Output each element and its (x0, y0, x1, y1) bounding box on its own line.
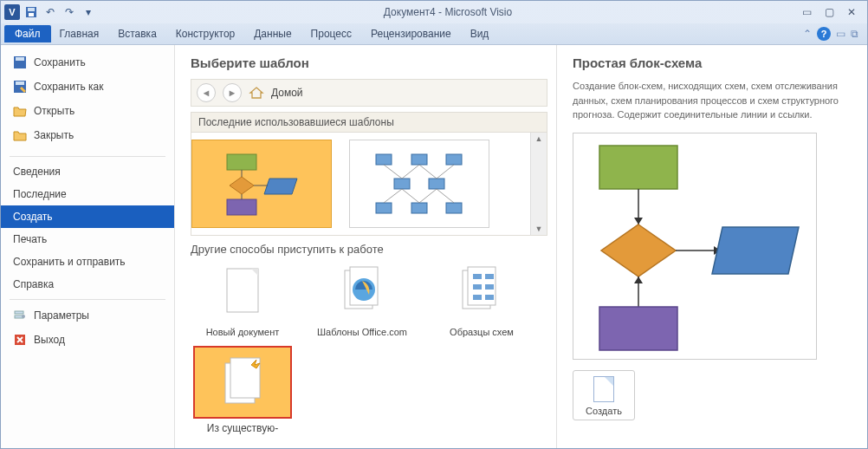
file-tab[interactable]: Файл (4, 25, 51, 42)
sidebar-label: Печать (13, 233, 47, 245)
preview-heading: Простая блок-схема (573, 55, 852, 70)
quick-access-toolbar: ↶ ↷ ▾ (23, 4, 96, 20)
svg-rect-44 (485, 284, 494, 290)
page-icon (593, 376, 614, 402)
options-icon (13, 309, 27, 322)
tab-design[interactable]: Конструктор (176, 28, 235, 40)
sidebar-item-create[interactable]: Создать (1, 205, 174, 228)
sidebar-label: Сохранить как (34, 81, 103, 93)
sidebar-label: Параметры (34, 309, 89, 322)
office-templates-label: Шаблоны Office.com (310, 327, 414, 337)
svg-line-30 (384, 189, 402, 203)
svg-rect-46 (485, 295, 494, 300)
qat-more-icon[interactable]: ▾ (81, 4, 96, 20)
svg-rect-22 (429, 179, 444, 189)
svg-line-31 (402, 189, 419, 203)
template-scrollbar[interactable]: ▲▼ (530, 133, 547, 235)
svg-rect-7 (15, 311, 23, 314)
sidebar-label: Сведения (13, 166, 61, 178)
template-preview (573, 133, 817, 360)
svg-rect-24 (411, 203, 427, 213)
office-templates[interactable]: Шаблоны Office.com (310, 261, 414, 337)
nav-back-button[interactable]: ◄ (197, 83, 216, 102)
template-basic-flowchart[interactable] (191, 140, 332, 228)
home-icon[interactable] (249, 85, 264, 101)
save-as-icon (13, 80, 27, 94)
other-ways-heading: Другие способы приступить к работе (191, 243, 547, 256)
sidebar-item-open[interactable]: Открыть (1, 99, 174, 123)
sidebar-label: Сохранить (34, 56, 86, 68)
ribbon-minimize-icon[interactable]: ⌃ (803, 28, 812, 40)
svg-rect-21 (394, 179, 410, 189)
svg-line-29 (437, 165, 454, 179)
app-icon: V (4, 4, 20, 20)
sidebar-label: Создать (13, 211, 53, 223)
sidebar-item-options[interactable]: Параметры (1, 303, 174, 328)
tab-insert[interactable]: Вставка (118, 28, 157, 40)
close-button[interactable]: ✕ (845, 6, 858, 18)
svg-rect-42 (485, 274, 494, 279)
choose-template-heading: Выберите шаблон (191, 55, 547, 70)
minimize-button[interactable]: ▭ (800, 6, 813, 18)
svg-marker-12 (230, 177, 254, 194)
svg-rect-6 (16, 81, 24, 85)
svg-rect-49 (599, 146, 677, 189)
tab-process[interactable]: Процесс (311, 28, 352, 40)
breadcrumb-home[interactable]: Домой (271, 87, 303, 99)
create-button[interactable]: Создать (573, 370, 635, 420)
sidebar-label: Закрыть (34, 129, 74, 141)
redo-icon[interactable]: ↷ (62, 4, 77, 20)
svg-rect-23 (376, 203, 392, 213)
svg-marker-52 (601, 224, 676, 277)
svg-rect-18 (376, 154, 392, 165)
folder-open-icon (13, 104, 27, 118)
save-icon (13, 55, 27, 69)
svg-marker-51 (634, 218, 643, 224)
from-existing[interactable]: Из существую- (191, 346, 295, 434)
recent-templates-header: Последние использовавшиеся шаблоны (191, 112, 547, 133)
svg-rect-41 (473, 274, 482, 279)
help-icon[interactable]: ? (817, 27, 831, 41)
backstage-sidebar: Сохранить Сохранить как Открыть Закрыть … (1, 45, 174, 448)
tab-data[interactable]: Данные (254, 28, 291, 40)
folder-close-icon (13, 128, 27, 142)
sample-diagrams[interactable]: Образцы схем (430, 261, 534, 337)
save-icon[interactable] (23, 4, 39, 20)
sidebar-label: Последние (13, 188, 67, 200)
create-label: Создать (573, 406, 634, 416)
svg-point-9 (22, 315, 25, 318)
title-bar: V ↶ ↷ ▾ Документ4 - Microsoft Visio ▭ ▢ … (1, 1, 867, 23)
template-network[interactable] (349, 140, 489, 228)
exit-icon (13, 333, 27, 347)
sidebar-item-send[interactable]: Сохранить и отправить (1, 251, 174, 273)
sidebar-item-exit[interactable]: Выход (1, 328, 174, 352)
sidebar-label: Выход (34, 334, 65, 346)
scroll-up-icon[interactable]: ▲ (535, 133, 543, 145)
ribbon-option-icon[interactable]: ▭ (836, 28, 845, 40)
recent-templates-row: ▲▼ (191, 133, 547, 236)
undo-icon[interactable]: ↶ (42, 4, 58, 20)
tab-review[interactable]: Рецензирование (371, 28, 451, 40)
sidebar-item-save[interactable]: Сохранить (1, 50, 174, 75)
nav-forward-button[interactable]: ► (223, 83, 242, 102)
sidebar-item-print[interactable]: Печать (1, 228, 174, 251)
svg-line-32 (419, 189, 437, 203)
sidebar-item-recent[interactable]: Последние (1, 183, 174, 205)
tab-view[interactable]: Вид (470, 28, 489, 40)
sidebar-label: Справка (13, 278, 54, 290)
sidebar-item-help[interactable]: Справка (1, 273, 174, 296)
svg-rect-45 (473, 295, 482, 300)
template-panel: Выберите шаблон ◄ ► Домой Последние испо… (175, 45, 556, 448)
tab-home[interactable]: Главная (60, 28, 100, 40)
scroll-down-icon[interactable]: ▼ (535, 223, 543, 235)
new-blank-document[interactable]: Новый документ (191, 261, 295, 337)
svg-marker-54 (634, 277, 643, 283)
sidebar-label: Открыть (34, 105, 74, 117)
ribbon-option2-icon[interactable]: ⧉ (851, 28, 858, 40)
from-existing-label: Из существую- (191, 422, 295, 434)
svg-rect-34 (227, 269, 258, 312)
sidebar-item-save-as[interactable]: Сохранить как (1, 75, 174, 99)
sidebar-item-info[interactable]: Сведения (1, 160, 174, 183)
maximize-button[interactable]: ▢ (822, 6, 836, 18)
sidebar-item-close[interactable]: Закрыть (1, 123, 174, 147)
